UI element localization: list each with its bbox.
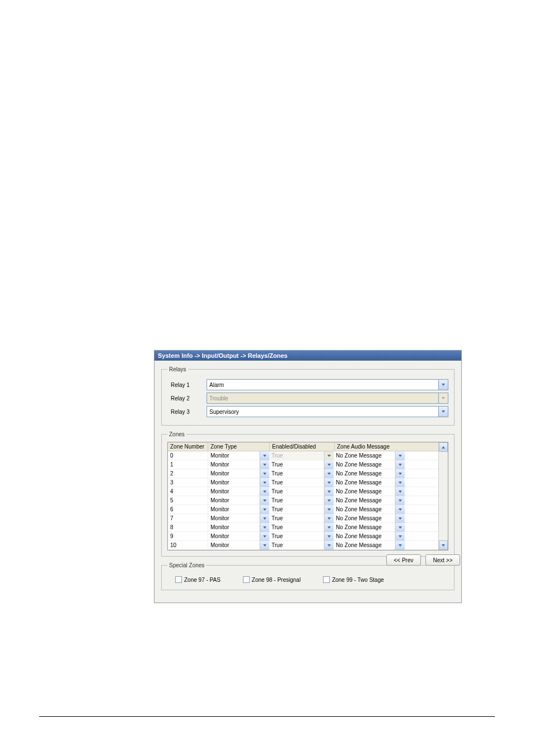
column-header[interactable]: Enabled/Disabled — [270, 442, 335, 451]
table-row[interactable]: 3MonitorTrueNo Zone Message — [168, 478, 438, 487]
relay-2-select: Trouble — [207, 393, 448, 404]
zone-type-dropdown[interactable] — [260, 532, 269, 541]
zone-audio-dropdown[interactable] — [395, 523, 405, 532]
zone-audio-cell: No Zone Message — [334, 505, 395, 514]
checkbox-icon — [175, 576, 182, 583]
chevron-down-icon — [263, 500, 266, 502]
zone-audio-dropdown[interactable] — [395, 469, 405, 478]
chevron-down-icon — [327, 517, 331, 520]
zone-97-checkbox[interactable]: Zone 97 - PAS — [175, 576, 221, 583]
table-row[interactable]: 10MonitorTrueNo Zone Message — [168, 541, 438, 550]
dropdown-button[interactable] — [439, 406, 448, 417]
chevron-down-icon — [399, 473, 402, 475]
zone-type-dropdown[interactable] — [260, 496, 269, 505]
zone-enabled-dropdown[interactable] — [324, 505, 334, 514]
zone-audio-dropdown[interactable] — [395, 451, 405, 460]
zone-audio-cell: No Zone Message — [334, 514, 395, 522]
zone-enabled-cell: True — [269, 487, 324, 496]
table-row[interactable]: 4MonitorTrueNo Zone Message — [168, 487, 438, 496]
zone-enabled-dropdown[interactable] — [324, 541, 334, 550]
relay-3-select[interactable]: Supervisory — [207, 406, 448, 417]
zone-type-dropdown[interactable] — [260, 523, 269, 532]
table-row[interactable]: 8MonitorTrueNo Zone Message — [168, 523, 438, 532]
zone-enabled-cell: True — [269, 514, 324, 522]
zone-audio-dropdown[interactable] — [395, 496, 405, 505]
scroll-down-button[interactable] — [439, 540, 448, 550]
zone-audio-dropdown[interactable] — [395, 460, 405, 469]
zone-enabled-dropdown[interactable] — [324, 514, 334, 523]
zone-number-cell: 8 — [168, 523, 208, 531]
zone-enabled-dropdown — [324, 451, 334, 460]
zone-audio-dropdown[interactable] — [395, 487, 405, 496]
chevron-down-icon — [263, 491, 266, 493]
scroll-track[interactable] — [439, 452, 448, 540]
zone-enabled-dropdown[interactable] — [324, 523, 334, 532]
zone-number-cell: 6 — [168, 505, 208, 514]
zone-type-dropdown[interactable] — [260, 469, 269, 478]
zones-legend: Zones — [167, 431, 186, 437]
chevron-down-icon — [442, 410, 445, 413]
zone-enabled-cell: True — [269, 541, 324, 549]
select-value: Trouble — [207, 393, 439, 404]
zone-type-dropdown[interactable] — [260, 505, 269, 514]
table-row[interactable]: 2MonitorTrueNo Zone Message — [168, 469, 438, 478]
scroll-up-button[interactable] — [439, 442, 448, 452]
zone-audio-dropdown[interactable] — [395, 478, 405, 487]
zone-99-checkbox[interactable]: Zone 99 - Two Stage — [323, 576, 384, 583]
chevron-down-icon — [442, 384, 445, 386]
zone-type-dropdown[interactable] — [260, 487, 269, 496]
zone-enabled-dropdown[interactable] — [324, 532, 334, 541]
relay-label: Relay 1 — [167, 382, 207, 388]
zone-98-checkbox[interactable]: Zone 98 - Presignal — [243, 576, 301, 583]
checkbox-icon — [243, 576, 250, 583]
zone-number-cell: 1 — [168, 460, 208, 469]
chevron-down-icon — [399, 464, 402, 466]
zone-audio-cell: No Zone Message — [334, 487, 395, 496]
zone-enabled-dropdown[interactable] — [324, 496, 334, 505]
zone-type-dropdown[interactable] — [260, 541, 269, 550]
zone-type-dropdown[interactable] — [260, 451, 269, 460]
table-row[interactable]: 1MonitorTrueNo Zone Message — [168, 460, 438, 469]
zone-audio-dropdown[interactable] — [395, 532, 405, 541]
chevron-up-icon — [442, 446, 445, 449]
column-header[interactable]: Zone Number — [168, 442, 208, 451]
zone-audio-dropdown[interactable] — [395, 541, 405, 550]
zone-enabled-dropdown[interactable] — [324, 469, 334, 478]
dropdown-button[interactable] — [439, 379, 448, 390]
chevron-down-icon — [327, 500, 331, 502]
zone-type-dropdown[interactable] — [260, 478, 269, 487]
zone-type-cell: Monitor — [208, 496, 260, 505]
table-row[interactable]: 0MonitorTrueNo Zone Message — [168, 451, 438, 460]
footer-rule — [39, 716, 495, 717]
table-row[interactable]: 5MonitorTrueNo Zone Message — [168, 496, 438, 505]
zone-type-cell: Monitor — [208, 487, 260, 496]
column-header[interactable]: Zone Type — [208, 442, 270, 451]
chevron-down-icon — [399, 482, 402, 484]
table-row[interactable]: 9MonitorTrueNo Zone Message — [168, 532, 438, 541]
zone-audio-dropdown[interactable] — [395, 514, 405, 523]
zone-type-dropdown[interactable] — [260, 514, 269, 523]
column-header[interactable]: Zone Audio Message — [335, 442, 406, 451]
relay-1-select[interactable]: Alarm — [207, 379, 448, 390]
zone-type-cell: Monitor — [208, 514, 260, 522]
zone-enabled-dropdown[interactable] — [324, 460, 334, 469]
relay-row: Relay 2 Trouble — [167, 393, 448, 404]
zone-enabled-dropdown[interactable] — [324, 478, 334, 487]
zone-enabled-cell: True — [269, 496, 324, 505]
chevron-down-icon — [327, 508, 331, 511]
zone-enabled-dropdown[interactable] — [324, 487, 334, 496]
next-button[interactable]: Next >> — [425, 554, 460, 566]
prev-button[interactable]: << Prev — [386, 554, 421, 566]
chevron-down-icon — [263, 526, 266, 529]
table-row[interactable]: 7MonitorTrueNo Zone Message — [168, 514, 438, 523]
table-row[interactable]: 6MonitorTrueNo Zone Message — [168, 505, 438, 514]
grid-main: Zone Number Zone Type Enabled/Disabled Z… — [168, 442, 438, 550]
zone-audio-dropdown[interactable] — [395, 505, 405, 514]
relays-legend: Relays — [167, 366, 188, 372]
zone-type-dropdown[interactable] — [260, 460, 269, 469]
chevron-down-icon — [263, 473, 266, 475]
relay-row: Relay 3 Supervisory — [167, 406, 448, 417]
vertical-scrollbar[interactable] — [438, 442, 448, 550]
chevron-down-icon — [399, 544, 402, 547]
zone-type-cell: Monitor — [208, 523, 260, 531]
